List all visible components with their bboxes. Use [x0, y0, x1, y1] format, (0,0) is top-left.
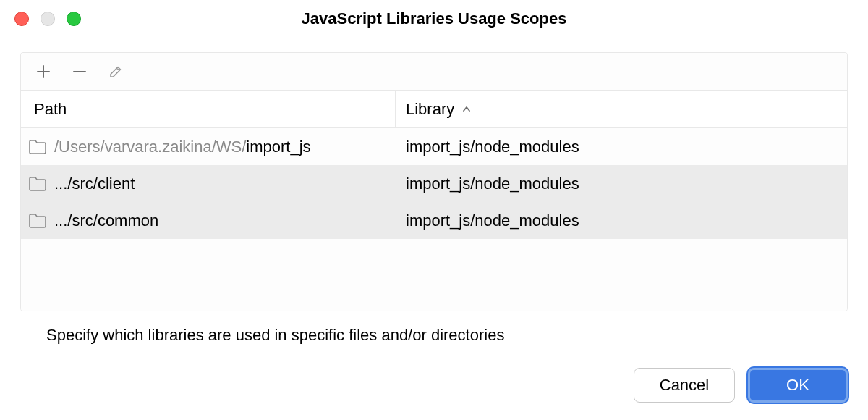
column-header-library-label: Library	[406, 100, 454, 119]
cell-library: import_js/node_modules	[396, 128, 847, 165]
plus-icon	[35, 64, 51, 80]
add-button[interactable]	[34, 62, 53, 81]
table-header: Path Library	[21, 91, 847, 128]
window-title: JavaScript Libraries Usage Scopes	[0, 9, 868, 28]
cell-path: /Users/varvara.zaikina/WS/import_js	[21, 128, 396, 165]
column-header-path[interactable]: Path	[21, 91, 396, 127]
remove-button[interactable]	[70, 62, 89, 81]
cancel-button-label: Cancel	[660, 376, 709, 395]
column-header-library[interactable]: Library	[396, 91, 847, 127]
table-row[interactable]: .../src/client import_js/node_modules	[21, 165, 847, 202]
cell-path: .../src/client	[21, 165, 396, 202]
folder-icon	[28, 139, 47, 155]
table-body: /Users/varvara.zaikina/WS/import_js impo…	[21, 128, 847, 311]
column-header-path-label: Path	[34, 100, 67, 119]
table-panel: Path Library	[20, 52, 848, 311]
pencil-icon	[108, 64, 124, 80]
ok-button-label: OK	[786, 376, 809, 395]
minimize-icon[interactable]	[41, 12, 55, 26]
library-value: import_js/node_modules	[406, 175, 579, 193]
maximize-icon[interactable]	[67, 12, 81, 26]
cell-library: import_js/node_modules	[396, 202, 847, 239]
cancel-button[interactable]: Cancel	[634, 368, 735, 403]
titlebar: JavaScript Libraries Usage Scopes	[0, 0, 868, 38]
description-text: Specify which libraries are used in spec…	[20, 311, 848, 345]
path-name: .../src/client	[54, 175, 135, 193]
folder-icon	[28, 176, 47, 192]
library-value: import_js/node_modules	[406, 211, 579, 230]
table-row[interactable]: /Users/varvara.zaikina/WS/import_js impo…	[21, 128, 847, 165]
content: Path Library	[0, 38, 868, 345]
close-icon[interactable]	[14, 12, 29, 26]
folder-icon	[28, 213, 47, 229]
cell-library: import_js/node_modules	[396, 165, 847, 202]
table-row[interactable]: .../src/common import_js/node_modules	[21, 202, 847, 239]
path-name: import_js	[246, 138, 310, 156]
edit-button[interactable]	[106, 62, 125, 81]
ok-button[interactable]: OK	[748, 368, 848, 403]
cell-path: .../src/common	[21, 202, 396, 239]
button-bar: Cancel OK	[634, 368, 848, 403]
sort-ascending-icon	[461, 104, 472, 114]
path-name: .../src/common	[54, 211, 158, 230]
window-controls	[14, 12, 81, 26]
minus-icon	[72, 64, 88, 80]
library-value: import_js/node_modules	[406, 138, 579, 156]
toolbar	[21, 53, 847, 91]
path-prefix: /Users/varvara.zaikina/WS/	[54, 138, 246, 156]
